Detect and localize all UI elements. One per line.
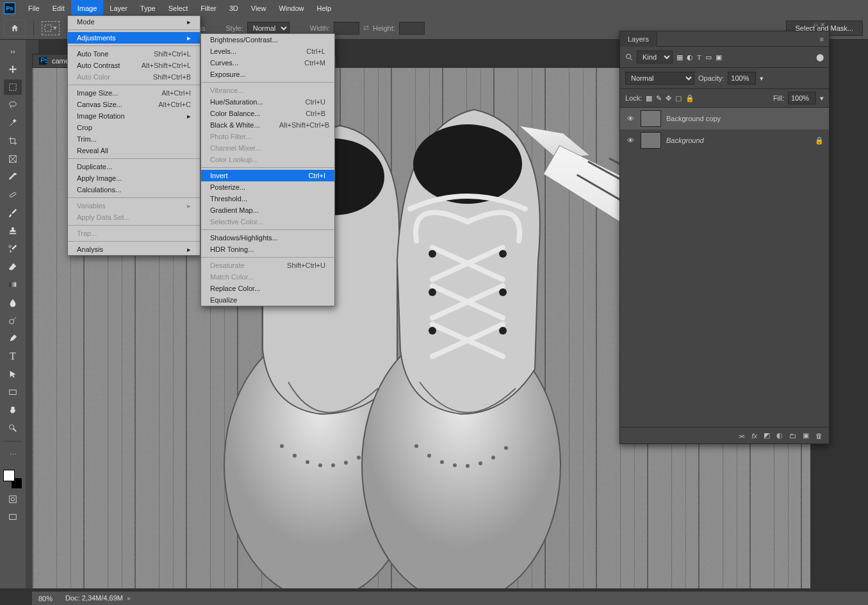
visibility-icon[interactable]: 👁 (625, 115, 635, 122)
brush-tool[interactable] (4, 205, 22, 220)
image-menu-apply-image[interactable]: Apply Image... (68, 172, 200, 184)
menu-filter[interactable]: Filter (194, 0, 222, 17)
chevron-down-icon[interactable]: ▾ (760, 74, 764, 83)
adjustments-gradient-map[interactable]: Gradient Map... (201, 204, 334, 216)
layer-thumbnail[interactable] (641, 110, 661, 127)
image-menu-auto-contrast[interactable]: Auto ContrastAlt+Shift+Ctrl+L (68, 60, 200, 71)
image-menu-image-size[interactable]: Image Size...Alt+Ctrl+I (68, 87, 200, 99)
lasso-tool[interactable] (4, 97, 22, 113)
menu-layer[interactable]: Layer (103, 0, 134, 17)
adjustments-equalize[interactable]: Equalize (201, 294, 334, 306)
layers-tab[interactable]: Layers (620, 31, 657, 47)
chevron-right-icon[interactable]: ▸ (126, 594, 131, 602)
link-layers-icon[interactable]: ⫘ (738, 432, 745, 440)
zoom-level[interactable]: 80% (38, 595, 53, 602)
layer-fx-icon[interactable]: fx (751, 432, 757, 440)
blur-tool[interactable] (4, 295, 22, 310)
style-select[interactable]: Normal (247, 22, 290, 35)
image-menu-mode[interactable]: Mode▸ (68, 16, 200, 28)
image-menu-image-rotation[interactable]: Image Rotation▸ (68, 110, 200, 122)
frame-tool[interactable] (4, 151, 22, 167)
hand-tool[interactable] (4, 402, 22, 418)
dodge-tool[interactable] (4, 313, 22, 328)
image-menu-calculations[interactable]: Calculations... (68, 184, 200, 195)
adjustments-hdr-toning[interactable]: HDR Toning... (201, 244, 334, 255)
adjustments-exposure[interactable]: Exposure... (201, 69, 334, 80)
foreground-color-swatch[interactable] (3, 470, 15, 481)
pen-tool[interactable] (4, 331, 22, 346)
history-brush-tool[interactable] (4, 241, 22, 256)
filter-shape-icon[interactable]: ▭ (705, 53, 712, 62)
adjustments-shadows-highlights[interactable]: Shadows/Highlights... (201, 232, 334, 244)
clone-stamp-tool[interactable] (4, 223, 22, 238)
image-menu-duplicate[interactable]: Duplicate... (68, 161, 200, 172)
new-layer-icon[interactable]: ▣ (803, 431, 809, 440)
layer-row[interactable]: 👁Background copy (620, 108, 829, 129)
lock-paint-icon[interactable]: ✎ (656, 94, 662, 103)
lock-artboard-icon[interactable]: ▢ (675, 94, 682, 103)
swap-icon[interactable]: ⇄ (363, 24, 369, 32)
screen-mode-toggle[interactable] (4, 510, 22, 525)
filter-adjust-icon[interactable]: ◐ (687, 53, 693, 62)
eraser-tool[interactable] (4, 259, 22, 274)
adjustments-black-white[interactable]: Black & White...Alt+Shift+Ctrl+B (201, 119, 334, 131)
menu-window[interactable]: Window (272, 0, 310, 17)
adjustments-posterize[interactable]: Posterize... (201, 181, 334, 193)
layer-name[interactable]: Background copy (666, 115, 824, 122)
image-menu-canvas-size[interactable]: Canvas Size...Alt+Ctrl+C (68, 99, 200, 110)
marquee-preset[interactable]: ▾ (42, 21, 60, 35)
menu-help[interactable]: Help (311, 0, 338, 17)
adjustments-color-balance[interactable]: Color Balance...Ctrl+B (201, 108, 334, 119)
panel-pin[interactable]: ‹‹ ✕ (814, 21, 825, 28)
layer-name[interactable]: Background (666, 137, 810, 144)
layer-mask-icon[interactable]: ◩ (764, 431, 770, 440)
filter-kind-select[interactable]: Kind (637, 51, 673, 63)
image-menu-reveal-all[interactable]: Reveal All (68, 145, 200, 156)
menu-select[interactable]: Select (162, 0, 195, 17)
menu-view[interactable]: View (245, 0, 273, 17)
color-swatches[interactable] (3, 470, 22, 489)
layer-row[interactable]: 👁Background🔒 (620, 129, 829, 151)
filter-type-icon[interactable]: T (697, 53, 701, 61)
image-menu-trim[interactable]: Trim... (68, 133, 200, 145)
adjustments-levels[interactable]: Levels...Ctrl+L (201, 46, 334, 57)
magic-wand-tool[interactable] (4, 115, 22, 131)
filter-pixel-icon[interactable]: ▦ (676, 53, 683, 62)
menu-edit[interactable]: Edit (46, 0, 71, 17)
layer-thumbnail[interactable] (641, 132, 661, 149)
lock-all-icon[interactable]: 🔒 (685, 94, 694, 103)
adjustments-curves[interactable]: Curves...Ctrl+M (201, 57, 334, 69)
visibility-icon[interactable]: 👁 (625, 137, 635, 144)
blend-mode-select[interactable]: Normal (625, 72, 694, 85)
adjustment-layer-icon[interactable]: ◐ (776, 431, 783, 440)
path-selection-tool[interactable] (4, 367, 22, 382)
marquee-tool[interactable] (4, 79, 22, 95)
chevron-down-icon[interactable]: ▾ (820, 94, 824, 103)
menu-type[interactable]: Type (134, 0, 162, 17)
trash-icon[interactable]: 🗑 (815, 432, 823, 440)
collapse-handle[interactable]: ›› (4, 44, 22, 59)
image-menu-adjustments[interactable]: Adjustments▸ (68, 32, 200, 44)
crop-tool[interactable] (4, 133, 22, 149)
home-button[interactable] (4, 20, 26, 37)
adjustments-brightness-contrast[interactable]: Brightness/Contrast... (201, 34, 334, 46)
filter-toggle[interactable]: ⬤ (816, 53, 824, 62)
panel-menu-icon[interactable]: ≡ (815, 35, 829, 43)
adjustments-hue-saturation[interactable]: Hue/Saturation...Ctrl+U (201, 96, 334, 108)
adjustments-invert[interactable]: InvertCtrl+I (201, 170, 334, 181)
zoom-tool[interactable] (4, 420, 22, 436)
type-tool[interactable]: T (4, 349, 22, 364)
menu-file[interactable]: File (22, 0, 46, 17)
group-icon[interactable]: 🗀 (789, 432, 796, 440)
menu-3d[interactable]: 3D (223, 0, 245, 17)
eyedropper-tool[interactable] (4, 169, 22, 185)
opacity-input[interactable] (728, 72, 756, 85)
adjustments-threshold[interactable]: Threshold... (201, 193, 334, 204)
quick-mask-toggle[interactable] (4, 492, 22, 507)
filter-smart-icon[interactable]: ▣ (716, 53, 722, 62)
shape-tool[interactable] (4, 385, 22, 400)
lock-position-icon[interactable]: ✥ (666, 94, 671, 103)
adjustments-replace-color[interactable]: Replace Color... (201, 283, 334, 294)
image-menu-analysis[interactable]: Analysis▸ (68, 244, 200, 255)
menu-image[interactable]: Image (71, 0, 104, 17)
